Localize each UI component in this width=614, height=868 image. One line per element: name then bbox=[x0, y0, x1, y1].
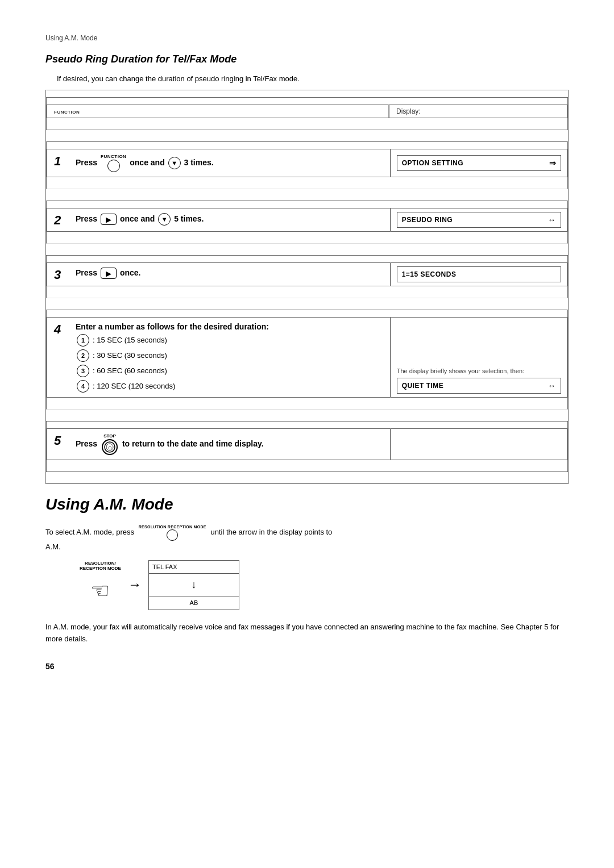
step-5-text: Press STOP ⊙ to return to the date and t… bbox=[76, 433, 264, 455]
circle-button-am bbox=[167, 529, 178, 541]
sub-item-3-text: : 60 SEC (60 seconds) bbox=[93, 366, 167, 375]
display-text-3: 1=15 SECONDS bbox=[402, 270, 457, 278]
display-text-2: PSEUDO RING bbox=[402, 216, 453, 224]
step-3-text: Press ▶ once. bbox=[76, 268, 141, 279]
step-1-content: 1 Press FUNCTION once and ▼ 3 times. bbox=[47, 149, 391, 177]
step-3-content: 3 Press ▶ once. bbox=[47, 262, 391, 286]
step-2-content: 2 Press ▶ once and ▼ 5 times. bbox=[47, 208, 391, 232]
intro-text: If desired, you can change the duration … bbox=[45, 74, 569, 83]
times-text-2: 5 times. bbox=[174, 214, 204, 223]
ab-label: AB bbox=[190, 599, 198, 606]
am-display-diagram: TEL FAX ↓ AB bbox=[148, 560, 239, 610]
step-3-inline: 3 Press ▶ once. bbox=[54, 268, 383, 281]
step-5-after-text: to return to the date and time display. bbox=[122, 439, 264, 448]
display-arrow-1: ⇒ bbox=[549, 158, 557, 168]
sub-item-4-text: : 120 SEC (120 seconds) bbox=[93, 382, 175, 390]
function-button: FUNCTION bbox=[101, 154, 126, 172]
step-4-row: 4 Enter a number as follows for the desi… bbox=[46, 310, 568, 410]
num-button-2: 2 bbox=[77, 349, 89, 362]
step-4-sub-1: 1 : 15 SEC (15 seconds) bbox=[76, 334, 269, 347]
step-5-row: 5 Press STOP ⊙ to return to th bbox=[46, 421, 568, 472]
display-box-1: OPTION SETTING ⇒ bbox=[397, 155, 561, 171]
circle-button bbox=[107, 160, 120, 172]
am-mode-body: In A.M. mode, your fax will automaticall… bbox=[45, 621, 569, 645]
arrow-right-button-2: ▶ bbox=[101, 214, 117, 225]
step-4-inline: 4 Enter a number as follows for the desi… bbox=[54, 322, 383, 393]
step-1-row: 1 Press FUNCTION once and ▼ 3 times. OPT… bbox=[46, 141, 568, 189]
tel-label: TEL FAX bbox=[152, 562, 177, 573]
step-2-inline: 2 Press ▶ once and ▼ 5 times. bbox=[54, 213, 383, 227]
step-4-sub-2: 2 : 30 SEC (30 seconds) bbox=[76, 349, 269, 362]
step-4-num: 4 bbox=[54, 322, 68, 336]
resolution-label-inline: RESOLUTION RECEPTION MODE bbox=[139, 525, 206, 529]
display-diagram-body: ↓ bbox=[149, 574, 239, 596]
num-button-4: 4 bbox=[77, 380, 89, 393]
step-2-num: 2 bbox=[54, 213, 68, 227]
section-title: Pseudo Ring Duration for Tel/Fax Mode bbox=[45, 53, 569, 65]
stop-button-wrapper: STOP ⊙ bbox=[101, 433, 119, 455]
num-button-1: 1 bbox=[77, 334, 89, 347]
step-5-content: 5 Press STOP ⊙ to return to th bbox=[47, 428, 391, 460]
step-4-content: 4 Enter a number as follows for the desi… bbox=[47, 317, 391, 398]
step-1-text: Press FUNCTION once and ▼ 3 times. bbox=[76, 154, 214, 172]
stop-label: STOP bbox=[103, 433, 116, 439]
step-4-main-text: Enter a number as follows for the desire… bbox=[76, 322, 269, 331]
hand-icon: ☜ bbox=[90, 573, 110, 610]
stop-button: ⊙ bbox=[102, 439, 118, 455]
step-2-text: Press ▶ once and ▼ 5 times. bbox=[76, 213, 204, 226]
resolution-button-inline: RESOLUTION RECEPTION MODE bbox=[139, 525, 206, 541]
page-number: 56 bbox=[45, 662, 569, 671]
am-intro-part2: until the arrow in the display points to bbox=[210, 528, 332, 536]
num-button-3: 3 bbox=[77, 365, 89, 377]
function-label: FUNCTION bbox=[54, 110, 80, 115]
step-1-inline: 1 Press FUNCTION once and ▼ 3 times. bbox=[54, 154, 383, 172]
display-header: Display: bbox=[389, 105, 567, 118]
once-and-text: once and bbox=[130, 158, 167, 167]
step-4-sub-4: 4 : 120 SEC (120 seconds) bbox=[76, 380, 269, 393]
display-arrow-4: ↔ bbox=[548, 381, 557, 390]
step-3-display: 1=15 SECONDS bbox=[391, 262, 567, 286]
step-1-num: 1 bbox=[54, 154, 68, 168]
breadcrumb: Using A.M. Mode bbox=[45, 34, 569, 42]
am-mode-intro: To select A.M. mode, press RESOLUTION RE… bbox=[45, 525, 569, 610]
display-box-2: PSEUDO RING ↔ bbox=[397, 212, 561, 228]
step-2-row: 2 Press ▶ once and ▼ 5 times. PSEUDO RIN… bbox=[46, 201, 568, 244]
arrow-right-diagram: → bbox=[128, 573, 142, 596]
sub-item-1-text: : 15 SEC (15 seconds) bbox=[93, 336, 167, 344]
resolution-label-diagram: RESOLUTION/ RECEPTION MODE bbox=[80, 561, 121, 571]
steps-header: FUNCTION bbox=[47, 105, 389, 118]
display-diagram-footer: AB bbox=[149, 596, 239, 610]
resolution-hand: RESOLUTION/ RECEPTION MODE ☜ bbox=[80, 561, 121, 610]
step-3-row: 3 Press ▶ once. 1=15 SECONDS bbox=[46, 255, 568, 298]
arrow-right-button-3: ▶ bbox=[101, 268, 117, 279]
display-note-4: The display briefly shows your selection… bbox=[397, 367, 561, 375]
display-text-4: QUIET TIME bbox=[402, 382, 444, 390]
step-4-sub-3: 3 : 60 SEC (60 seconds) bbox=[76, 365, 269, 377]
step-2-display: PSEUDO RING ↔ bbox=[391, 208, 567, 232]
down-button-1: ▼ bbox=[168, 157, 181, 169]
down-button-2: ▼ bbox=[158, 213, 171, 226]
step-4-body: Enter a number as follows for the desire… bbox=[76, 322, 269, 393]
step-5-display bbox=[391, 428, 567, 460]
table-header-row: FUNCTION Display: bbox=[46, 97, 568, 130]
am-mode-title: Using A.M. Mode bbox=[45, 495, 569, 514]
step-3-num: 3 bbox=[54, 268, 68, 281]
display-box-3: 1=15 SECONDS bbox=[397, 266, 561, 282]
am-intro-end: A.M. bbox=[45, 542, 61, 551]
svg-text:⊙: ⊙ bbox=[108, 445, 112, 450]
display-diagram-header: TEL FAX bbox=[149, 561, 239, 574]
down-arrow-diagram: ↓ bbox=[191, 576, 196, 594]
step-4-display: The display briefly shows your selection… bbox=[391, 317, 567, 398]
step-1-display: OPTION SETTING ⇒ bbox=[391, 149, 567, 177]
am-intro-part1: To select A.M. mode, press bbox=[45, 528, 134, 536]
sub-item-2-text: : 30 SEC (30 seconds) bbox=[93, 351, 167, 360]
times-text-1: 3 times. bbox=[184, 158, 214, 167]
am-diagram: RESOLUTION/ RECEPTION MODE ☜ → TEL FAX ↓… bbox=[80, 560, 569, 610]
step-5-num: 5 bbox=[54, 433, 68, 447]
display-box-4: QUIET TIME ↔ bbox=[397, 378, 561, 394]
display-arrow-2: ↔ bbox=[548, 215, 557, 224]
instruction-table: FUNCTION Display: 1 Press FUNCTION once … bbox=[45, 90, 569, 484]
display-text-1: OPTION SETTING bbox=[402, 159, 463, 167]
step-5-inline: 5 Press STOP ⊙ to return to th bbox=[54, 433, 383, 455]
once-text-3: once. bbox=[120, 268, 141, 277]
